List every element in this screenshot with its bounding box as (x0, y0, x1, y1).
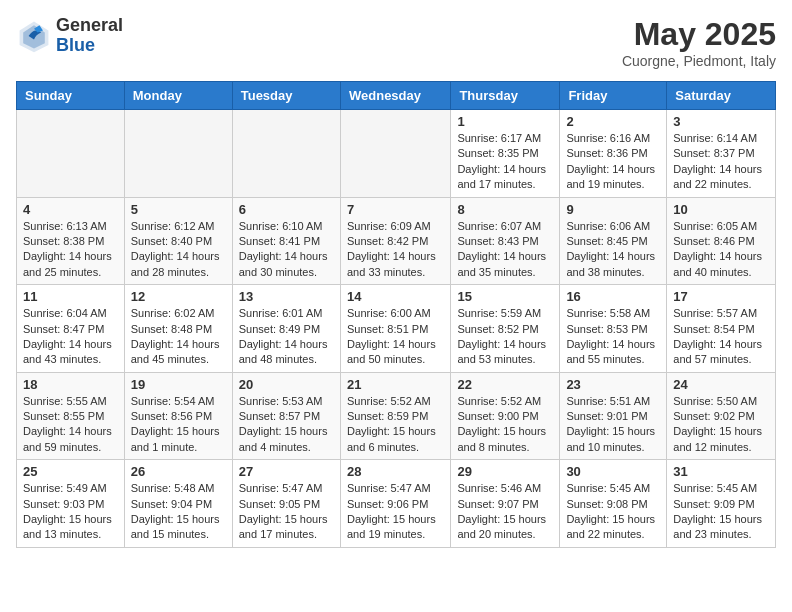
day-info: Sunrise: 5:52 AMSunset: 9:00 PMDaylight:… (457, 394, 553, 456)
calendar-day-cell: 4Sunrise: 6:13 AMSunset: 8:38 PMDaylight… (17, 197, 125, 285)
day-number: 11 (23, 289, 118, 304)
calendar-week-row: 25Sunrise: 5:49 AMSunset: 9:03 PMDayligh… (17, 460, 776, 548)
day-number: 18 (23, 377, 118, 392)
calendar-day-cell: 6Sunrise: 6:10 AMSunset: 8:41 PMDaylight… (232, 197, 340, 285)
day-of-week-header: Saturday (667, 82, 776, 110)
day-number: 23 (566, 377, 660, 392)
calendar-day-cell: 15Sunrise: 5:59 AMSunset: 8:52 PMDayligh… (451, 285, 560, 373)
day-number: 14 (347, 289, 444, 304)
day-number: 21 (347, 377, 444, 392)
day-info: Sunrise: 5:58 AMSunset: 8:53 PMDaylight:… (566, 306, 660, 368)
calendar-day-cell: 30Sunrise: 5:45 AMSunset: 9:08 PMDayligh… (560, 460, 667, 548)
day-info: Sunrise: 5:45 AMSunset: 9:09 PMDaylight:… (673, 481, 769, 543)
day-info: Sunrise: 5:49 AMSunset: 9:03 PMDaylight:… (23, 481, 118, 543)
day-number: 15 (457, 289, 553, 304)
day-of-week-header: Friday (560, 82, 667, 110)
logo-text: General Blue (56, 16, 123, 56)
day-info: Sunrise: 5:45 AMSunset: 9:08 PMDaylight:… (566, 481, 660, 543)
day-number: 5 (131, 202, 226, 217)
calendar-week-row: 18Sunrise: 5:55 AMSunset: 8:55 PMDayligh… (17, 372, 776, 460)
day-info: Sunrise: 6:04 AMSunset: 8:47 PMDaylight:… (23, 306, 118, 368)
calendar-day-cell: 18Sunrise: 5:55 AMSunset: 8:55 PMDayligh… (17, 372, 125, 460)
day-info: Sunrise: 6:01 AMSunset: 8:49 PMDaylight:… (239, 306, 334, 368)
calendar-day-cell: 10Sunrise: 6:05 AMSunset: 8:46 PMDayligh… (667, 197, 776, 285)
calendar-day-cell: 12Sunrise: 6:02 AMSunset: 8:48 PMDayligh… (124, 285, 232, 373)
day-number: 27 (239, 464, 334, 479)
day-info: Sunrise: 6:17 AMSunset: 8:35 PMDaylight:… (457, 131, 553, 193)
calendar-day-cell: 20Sunrise: 5:53 AMSunset: 8:57 PMDayligh… (232, 372, 340, 460)
day-info: Sunrise: 5:46 AMSunset: 9:07 PMDaylight:… (457, 481, 553, 543)
day-info: Sunrise: 5:48 AMSunset: 9:04 PMDaylight:… (131, 481, 226, 543)
calendar-day-cell: 25Sunrise: 5:49 AMSunset: 9:03 PMDayligh… (17, 460, 125, 548)
calendar-day-cell: 5Sunrise: 6:12 AMSunset: 8:40 PMDaylight… (124, 197, 232, 285)
calendar-day-cell: 11Sunrise: 6:04 AMSunset: 8:47 PMDayligh… (17, 285, 125, 373)
calendar-day-cell: 13Sunrise: 6:01 AMSunset: 8:49 PMDayligh… (232, 285, 340, 373)
day-number: 19 (131, 377, 226, 392)
day-info: Sunrise: 5:55 AMSunset: 8:55 PMDaylight:… (23, 394, 118, 456)
calendar-header-row: SundayMondayTuesdayWednesdayThursdayFrid… (17, 82, 776, 110)
day-info: Sunrise: 5:50 AMSunset: 9:02 PMDaylight:… (673, 394, 769, 456)
calendar-day-cell: 2Sunrise: 6:16 AMSunset: 8:36 PMDaylight… (560, 110, 667, 198)
day-number: 31 (673, 464, 769, 479)
day-number: 9 (566, 202, 660, 217)
calendar-day-cell: 21Sunrise: 5:52 AMSunset: 8:59 PMDayligh… (340, 372, 450, 460)
logo-general: General (56, 16, 123, 36)
calendar-day-cell (340, 110, 450, 198)
calendar-day-cell: 14Sunrise: 6:00 AMSunset: 8:51 PMDayligh… (340, 285, 450, 373)
day-of-week-header: Tuesday (232, 82, 340, 110)
calendar-day-cell (17, 110, 125, 198)
day-info: Sunrise: 6:16 AMSunset: 8:36 PMDaylight:… (566, 131, 660, 193)
logo: General Blue (16, 16, 123, 56)
day-number: 16 (566, 289, 660, 304)
calendar-day-cell: 19Sunrise: 5:54 AMSunset: 8:56 PMDayligh… (124, 372, 232, 460)
day-number: 7 (347, 202, 444, 217)
day-number: 13 (239, 289, 334, 304)
day-info: Sunrise: 5:52 AMSunset: 8:59 PMDaylight:… (347, 394, 444, 456)
day-number: 24 (673, 377, 769, 392)
day-info: Sunrise: 6:12 AMSunset: 8:40 PMDaylight:… (131, 219, 226, 281)
calendar-day-cell: 28Sunrise: 5:47 AMSunset: 9:06 PMDayligh… (340, 460, 450, 548)
calendar-day-cell: 22Sunrise: 5:52 AMSunset: 9:00 PMDayligh… (451, 372, 560, 460)
day-info: Sunrise: 6:00 AMSunset: 8:51 PMDaylight:… (347, 306, 444, 368)
day-number: 25 (23, 464, 118, 479)
day-info: Sunrise: 6:09 AMSunset: 8:42 PMDaylight:… (347, 219, 444, 281)
day-number: 2 (566, 114, 660, 129)
calendar-day-cell: 16Sunrise: 5:58 AMSunset: 8:53 PMDayligh… (560, 285, 667, 373)
day-number: 6 (239, 202, 334, 217)
day-info: Sunrise: 5:51 AMSunset: 9:01 PMDaylight:… (566, 394, 660, 456)
day-of-week-header: Thursday (451, 82, 560, 110)
day-info: Sunrise: 5:54 AMSunset: 8:56 PMDaylight:… (131, 394, 226, 456)
day-info: Sunrise: 6:05 AMSunset: 8:46 PMDaylight:… (673, 219, 769, 281)
page-header: General Blue May 2025 Cuorgne, Piedmont,… (16, 16, 776, 69)
calendar-day-cell: 8Sunrise: 6:07 AMSunset: 8:43 PMDaylight… (451, 197, 560, 285)
day-info: Sunrise: 5:59 AMSunset: 8:52 PMDaylight:… (457, 306, 553, 368)
calendar-day-cell: 17Sunrise: 5:57 AMSunset: 8:54 PMDayligh… (667, 285, 776, 373)
calendar-day-cell: 3Sunrise: 6:14 AMSunset: 8:37 PMDaylight… (667, 110, 776, 198)
title-block: May 2025 Cuorgne, Piedmont, Italy (622, 16, 776, 69)
day-info: Sunrise: 6:02 AMSunset: 8:48 PMDaylight:… (131, 306, 226, 368)
calendar-day-cell: 26Sunrise: 5:48 AMSunset: 9:04 PMDayligh… (124, 460, 232, 548)
calendar-day-cell: 29Sunrise: 5:46 AMSunset: 9:07 PMDayligh… (451, 460, 560, 548)
day-info: Sunrise: 5:53 AMSunset: 8:57 PMDaylight:… (239, 394, 334, 456)
calendar-day-cell: 27Sunrise: 5:47 AMSunset: 9:05 PMDayligh… (232, 460, 340, 548)
calendar-day-cell: 1Sunrise: 6:17 AMSunset: 8:35 PMDaylight… (451, 110, 560, 198)
calendar-day-cell (232, 110, 340, 198)
calendar-day-cell: 24Sunrise: 5:50 AMSunset: 9:02 PMDayligh… (667, 372, 776, 460)
logo-blue: Blue (56, 36, 123, 56)
calendar-week-row: 4Sunrise: 6:13 AMSunset: 8:38 PMDaylight… (17, 197, 776, 285)
day-number: 29 (457, 464, 553, 479)
logo-icon (16, 18, 52, 54)
day-number: 4 (23, 202, 118, 217)
day-info: Sunrise: 6:07 AMSunset: 8:43 PMDaylight:… (457, 219, 553, 281)
day-info: Sunrise: 5:47 AMSunset: 9:05 PMDaylight:… (239, 481, 334, 543)
day-number: 1 (457, 114, 553, 129)
day-info: Sunrise: 6:10 AMSunset: 8:41 PMDaylight:… (239, 219, 334, 281)
day-number: 26 (131, 464, 226, 479)
day-info: Sunrise: 6:13 AMSunset: 8:38 PMDaylight:… (23, 219, 118, 281)
day-number: 22 (457, 377, 553, 392)
calendar-day-cell: 23Sunrise: 5:51 AMSunset: 9:01 PMDayligh… (560, 372, 667, 460)
day-info: Sunrise: 5:57 AMSunset: 8:54 PMDaylight:… (673, 306, 769, 368)
day-info: Sunrise: 5:47 AMSunset: 9:06 PMDaylight:… (347, 481, 444, 543)
calendar-week-row: 11Sunrise: 6:04 AMSunset: 8:47 PMDayligh… (17, 285, 776, 373)
calendar-week-row: 1Sunrise: 6:17 AMSunset: 8:35 PMDaylight… (17, 110, 776, 198)
